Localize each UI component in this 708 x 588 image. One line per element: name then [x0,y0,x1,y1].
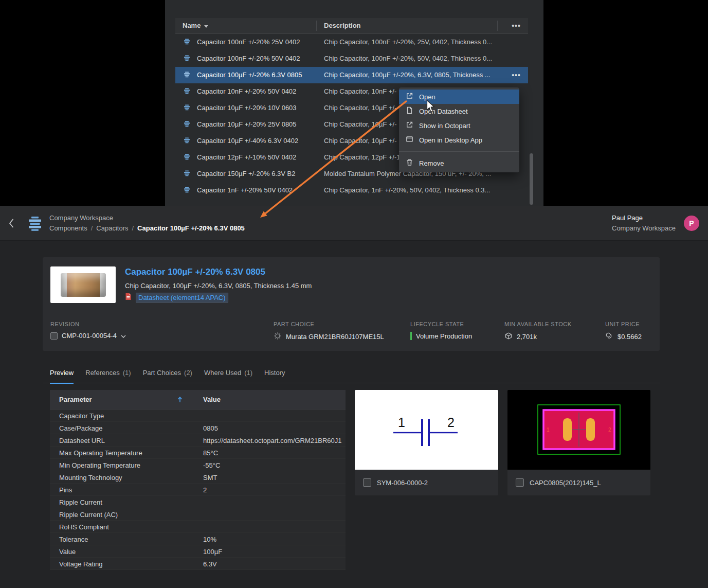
tab-references[interactable]: References (1) [85,363,131,383]
column-header-value[interactable]: Value [203,396,221,403]
parameter-row: Pins2 [50,484,346,496]
parameter-row: Case/Package0805 [50,422,346,434]
menu-item-label: Show in Octopart [419,122,470,130]
chevron-down-icon [121,332,126,340]
capacitor-icon [184,88,190,96]
column-header-name[interactable]: Name [183,22,208,29]
tab-count: (2) [184,369,192,377]
capacitor-icon [184,55,190,63]
workspace-name: Company Workspace [49,214,245,222]
tab-label: Part Choices [143,369,181,377]
vertical-scrollbar[interactable] [530,153,533,205]
table-header: Name Description ••• [175,18,528,34]
table-options-button[interactable]: ••• [504,18,528,33]
footprint-name: CAPC0805(2012)145_L [530,479,601,487]
parameter-value: https://datasheet.octopart.com/GRM21BR60… [203,437,343,444]
capacitor-icon [184,121,190,129]
row-description: Chip Capacitor, 10µF +/- [324,104,397,112]
symbol-preview-card[interactable]: 1 2 SYM-006-0000-2 [355,390,498,495]
parameter-row: Voltage Rating6.3V [50,558,346,570]
revision-label: REVISION [50,321,80,327]
menu-separator [399,151,519,152]
context-menu: Open Open Datasheet Show in Octopart Ope… [399,87,519,172]
symbol-checkbox[interactable] [363,478,371,487]
parameter-name: RoHS Compliant [59,523,109,531]
symbol-name: SYM-006-0000-2 [377,479,428,487]
component-title-link[interactable]: Capacitor 100µF +/-20% 6.3V 0805 [125,267,265,277]
parameter-row: Capacitor Type [50,409,346,422]
row-name: Capacitor 100µF +/-20% 6.3V 0805 [197,71,302,79]
menu-item-show-in-octopart[interactable]: Show in Octopart [399,118,519,133]
detail-header-bar: Company Workspace Components/Capacitors/… [0,206,708,241]
row-name: Capacitor 10µF +/-20% 25V 0805 [197,120,297,128]
avatar[interactable]: P [684,216,699,231]
menu-item-remove[interactable]: Remove [399,156,519,170]
table-row[interactable]: Capacitor 100nF +/-20% 25V 0402 Chip Cap… [175,34,528,50]
row-name: Capacitor 12pF +/-10% 50V 0402 [197,153,296,161]
tab-label: History [264,369,285,377]
menu-item-open-datasheet[interactable]: Open Datasheet [399,104,519,118]
parameter-value: 6.3V [203,560,343,568]
tab-label: Preview [50,369,74,377]
parameter-value: 10% [203,536,343,543]
stock-value: 2,701k [517,333,537,341]
footprint-image[interactable]: 1 2 [507,390,650,470]
row-name: Capacitor 100nF +/-20% 50V 0402 [197,55,300,62]
menu-item-open[interactable]: Open [399,90,519,104]
capacitor-icon [184,154,190,162]
trash-icon [406,158,413,168]
footprint-preview-card[interactable]: 1 2 CAPC0805(2012)145_L [507,390,650,495]
parameter-value: 2 [203,486,343,494]
parameter-value: 100µF [203,548,343,556]
tab-where-used[interactable]: Where Used (1) [204,363,252,383]
tab-preview[interactable]: Preview [50,363,74,383]
revision-checkbox[interactable] [50,332,58,340]
column-header-parameter[interactable]: Parameter [59,396,92,403]
table-row[interactable]: Capacitor 1nF +/-20% 50V 0402 Chip Capac… [175,182,528,199]
table-row[interactable]: Capacitor 100nF +/-20% 50V 0402 Chip Cap… [175,50,528,67]
capacitor-photo-graphic [61,273,106,297]
menu-item-open-in-desktop-app[interactable]: Open in Desktop App [399,133,519,147]
user-name: Paul Page [612,214,676,222]
breadcrumb-capacitors[interactable]: Capacitors [96,224,128,232]
row-options-button[interactable]: ••• [504,67,528,83]
manufacturer-logo-icon [274,332,282,342]
parameter-value: -55°C [203,461,343,469]
tab-label: Where Used [204,369,241,377]
back-button[interactable] [8,218,14,231]
column-header-description[interactable]: Description [324,22,361,29]
row-description: Chip Capacitor, 100nF +/-20%, 50V, 0402,… [324,55,492,62]
revision-value: CMP-001-00054-4 [62,332,117,340]
footprint-card-footer: CAPC0805(2012)145_L [507,470,650,495]
tab-label: References [85,369,119,377]
row-description: Chip Capacitor, 100nF +/-20%, 25V, 0402,… [324,38,492,46]
tab-history[interactable]: History [264,363,285,383]
breadcrumb-components[interactable]: Components [49,224,87,232]
parameter-name: Datasheet URL [59,437,105,444]
component-summary-card: Capacitor 100µF +/-20% 6.3V 0805 Chip Ca… [43,257,660,351]
tab-part-choices[interactable]: Part Choices (2) [143,363,192,383]
parameter-row: RoHS Compliant [50,521,346,533]
schematic-symbol-image[interactable]: 1 2 [355,390,498,470]
table-row-selected[interactable]: Capacitor 100µF +/-20% 6.3V 0805 Chip Ca… [175,67,528,83]
capacitor-icon [184,104,190,113]
parameter-row: Ripple Current (AC) [50,508,346,521]
footprint-checkbox[interactable] [516,478,524,487]
lifecycle-value: Volume Production [416,332,472,340]
row-name: Capacitor 10µF +/-40% 6.3V 0402 [197,137,298,145]
breadcrumb-separator: / [91,224,93,232]
revision-selector[interactable]: CMP-001-00054-4 [50,332,126,340]
parameter-row: Max Operating Temperature85°C [50,447,346,459]
breadcrumb: Components/Capacitors/Capacitor 100µF +/… [49,224,245,232]
row-description: Chip Capacitor, 12pF +/-1 [324,153,401,161]
parameter-name: Case/Package [59,424,103,432]
component-photo[interactable] [50,266,116,303]
parameter-name: Value [59,548,76,556]
part-choice-value: Murata GRM21BR60J107ME15L [286,333,384,341]
row-description: Chip Capacitor, 10nF +/- [324,87,396,95]
datasheet-link[interactable]: Datasheet (element14 APAC) [136,293,228,302]
capacitor-icon [184,39,190,47]
sort-ascending-icon[interactable] [177,397,183,404]
part-choice-value-row: Murata GRM21BR60J107ME15L [274,332,384,342]
row-name: Capacitor 100nF +/-20% 25V 0402 [197,38,300,46]
